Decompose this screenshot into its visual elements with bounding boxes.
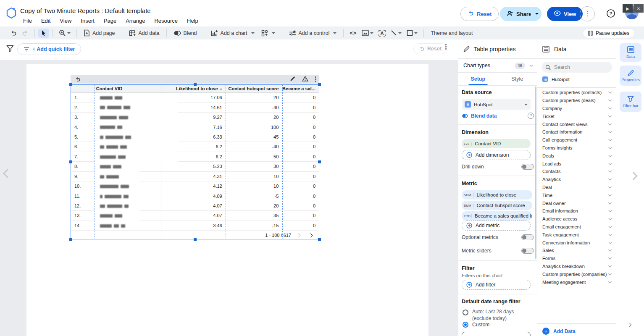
field-group-item[interactable]: Contact content views (537, 120, 616, 128)
collapse-panel-icon[interactable] (628, 323, 632, 327)
chart-undo-icon[interactable] (75, 76, 81, 82)
select-tool-button[interactable] (38, 29, 49, 38)
help-button[interactable]: ? (605, 8, 616, 19)
dimension-field-pill[interactable]: 123 Contact VID (462, 139, 531, 148)
undo-button[interactable] (8, 29, 19, 38)
selection-handle[interactable] (69, 238, 72, 241)
add-quick-filter-button[interactable]: + Add quick filter (17, 43, 81, 55)
field-group-item[interactable]: Deal (537, 184, 616, 192)
rail-filter-bar-button[interactable]: Filter bar (620, 92, 641, 112)
line-tool-button[interactable] (388, 29, 404, 37)
field-group-item[interactable]: Email engagement (537, 223, 616, 231)
column-header-3[interactable]: Contact hubspot score (226, 86, 282, 91)
date-range-field[interactable] (462, 332, 531, 336)
selection-handle[interactable] (318, 83, 321, 86)
embed-url-button[interactable]: <> (347, 29, 359, 37)
next-page-icon[interactable] (309, 233, 313, 237)
metric-sliders-toggle[interactable] (521, 248, 534, 254)
theme-layout-button[interactable]: Theme and layout (427, 29, 476, 38)
selection-handle[interactable] (194, 83, 197, 86)
insert-image-button[interactable] (359, 29, 376, 37)
shape-tool-button[interactable] (404, 29, 420, 37)
menu-page[interactable]: Page (100, 17, 120, 25)
drill-down-toggle[interactable] (521, 164, 534, 170)
field-group-item[interactable]: Audience access (537, 215, 616, 223)
menu-edit[interactable]: Edit (37, 17, 54, 25)
field-group-item[interactable]: Custom properties (contacts) (537, 89, 616, 97)
data-source-select[interactable]: HubSpot (462, 99, 531, 110)
metric-field-pill[interactable]: CTDBecame a sales qualified lead date (462, 211, 532, 220)
data-source-row[interactable]: HubSpot (542, 76, 570, 82)
metric-field-pill[interactable]: SUMContact hubspot score (462, 201, 532, 210)
search-input[interactable]: Search (541, 62, 612, 73)
field-group-item[interactable]: Deal owner (537, 199, 616, 207)
field-group-item[interactable]: Deals (537, 152, 616, 160)
close-icon[interactable]: ✕ (633, 4, 644, 13)
menu-arrange[interactable]: Arrange (122, 17, 149, 25)
blend-data-link[interactable]: Blend data (471, 113, 497, 119)
field-group-item[interactable]: Conversion information (537, 239, 616, 247)
zoom-tool-button[interactable] (56, 28, 73, 38)
field-group-item[interactable]: Call engagement (537, 136, 616, 144)
column-header-2[interactable]: Likelihood to close (161, 86, 225, 91)
more-options-button[interactable] (580, 6, 595, 21)
chart-types-row[interactable]: Chart types 48 (458, 59, 537, 73)
add-dimension-button[interactable]: Add dimension (462, 150, 531, 160)
menu-insert[interactable]: Insert (77, 17, 98, 25)
report-title[interactable]: Copy of Two Minute Reports : Default tem… (20, 7, 151, 14)
field-group-item[interactable]: Custom properties (companies) (537, 270, 616, 278)
field-group-item[interactable]: Lead ads (537, 160, 616, 168)
column-header-4[interactable]: Became a sal... (282, 86, 319, 91)
selection-handle[interactable] (69, 83, 72, 86)
pause-updates-button[interactable]: Pause updates (583, 28, 635, 38)
metric-field-pill[interactable]: SUMLikelihood to close (462, 190, 532, 200)
community-visualizations-button[interactable] (258, 28, 279, 38)
next-page-chevron-icon[interactable] (629, 172, 638, 180)
field-group-item[interactable]: Time (537, 191, 616, 199)
add-filter-button[interactable]: Add filter (462, 280, 531, 290)
custom-radio[interactable] (463, 322, 468, 328)
selection-handle[interactable] (318, 160, 321, 163)
properties-scrollbar[interactable] (535, 87, 536, 259)
add-page-button[interactable]: Add page (80, 28, 118, 38)
field-group-item[interactable]: Task engagement (537, 231, 616, 239)
add-control-button[interactable]: Add a control (286, 29, 340, 38)
optional-metrics-toggle[interactable] (521, 234, 534, 240)
field-group-item[interactable]: Meeting engagement (537, 278, 616, 286)
chart-menu-icon[interactable] (315, 76, 316, 82)
rail-properties-button[interactable]: Properties (620, 66, 641, 86)
rail-data-button[interactable]: Data (620, 43, 641, 62)
auto-radio[interactable] (463, 310, 468, 315)
chart-edit-pencil-icon[interactable] (290, 76, 295, 83)
filter-funnel-icon[interactable] (6, 45, 14, 54)
redo-button[interactable] (19, 29, 31, 38)
report-canvas[interactable]: Contact VIDLikelihood to closeContact hu… (0, 60, 458, 336)
play-icon[interactable]: ▶ (623, 4, 633, 13)
previous-page-icon[interactable] (297, 233, 301, 237)
field-group-item[interactable]: Company (537, 105, 616, 113)
column-header-1[interactable]: Contact VID (95, 86, 161, 91)
view-button[interactable]: View (547, 7, 583, 21)
add-metric-button[interactable]: Add metric (462, 220, 531, 231)
field-group-item[interactable]: Custom properties (deals) (537, 97, 616, 105)
field-group-item[interactable]: Contacts (537, 168, 616, 176)
previous-page-chevron-icon[interactable] (3, 169, 13, 178)
selection-handle[interactable] (194, 238, 197, 241)
field-group-item[interactable]: Sales (537, 247, 616, 255)
report-page[interactable]: Contact VIDLikelihood to closeContact hu… (26, 64, 428, 336)
menu-help[interactable]: Help (183, 17, 202, 25)
filter-bar-menu-button[interactable] (445, 44, 447, 50)
text-box-button[interactable]: A (376, 29, 388, 38)
tab-style[interactable]: Style (498, 73, 537, 85)
add-chart-button[interactable]: Add a chart (208, 28, 258, 38)
menu-view[interactable]: View (56, 17, 75, 25)
field-group-item[interactable]: Email information (537, 207, 616, 215)
blend-button[interactable]: Blend (170, 29, 200, 38)
selection-handle[interactable] (318, 238, 321, 241)
field-group-item[interactable]: Forms (537, 255, 616, 262)
field-group-item[interactable]: Analytics (537, 176, 616, 184)
tab-setup[interactable]: Setup (458, 73, 498, 85)
field-group-item[interactable]: Contact information (537, 128, 616, 136)
menu-resource[interactable]: Resource (150, 17, 181, 25)
menu-file[interactable]: File (19, 17, 36, 25)
